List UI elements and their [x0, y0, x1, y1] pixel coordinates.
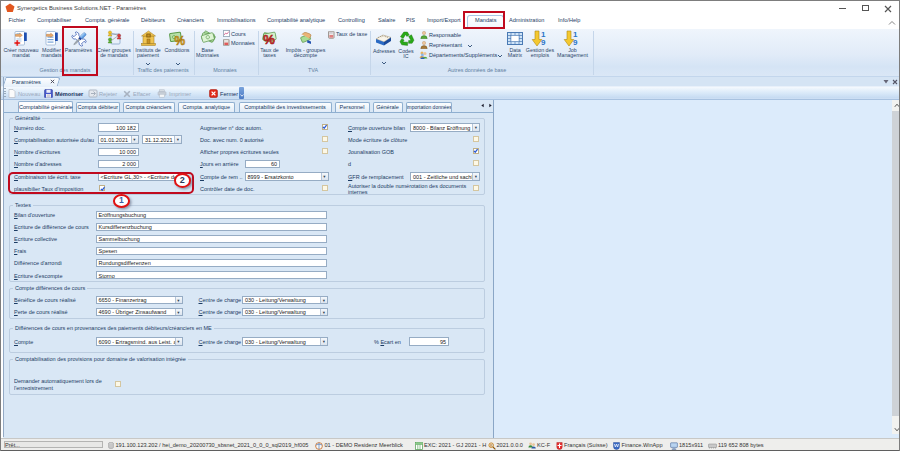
svg-text:9: 9	[573, 38, 578, 47]
svg-text:9: 9	[541, 38, 546, 47]
svg-text:%: %	[263, 32, 275, 47]
svg-text:%: %	[175, 34, 186, 48]
